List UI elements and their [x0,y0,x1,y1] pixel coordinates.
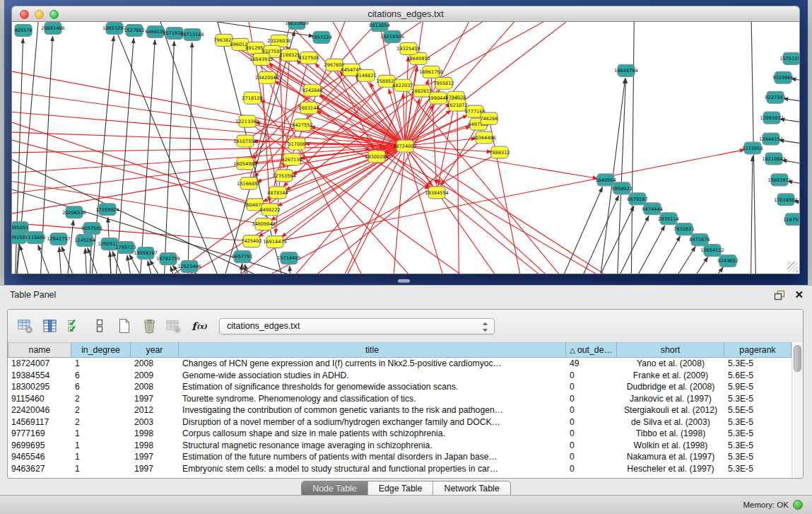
graph-node-label: 16648784 [614,68,638,74]
table-cell: Changes of HCN gene expression and I(f) … [179,358,566,370]
float-panel-icon[interactable] [774,290,785,300]
table-cell: 14569117 [8,416,71,428]
graph-node-label: 19384554 [425,190,449,196]
table-cell: Hescheler et al. (1997) [617,463,724,475]
minimize-traffic-light[interactable] [35,10,44,19]
graph-node-label: 20691406 [41,25,65,31]
column-header-pagerank[interactable]: pagerank [724,342,792,358]
row-height-icon[interactable] [90,317,109,335]
graph-node-label: 16033809 [285,22,309,26]
graph-node-label: 9498222 [259,207,280,213]
column-header-indegree[interactable]: in_degree [71,342,131,358]
table-row[interactable]: 946554611997Estimation of the future num… [8,451,803,463]
table-row[interactable]: 969969511998Structural magnetic resonanc… [8,440,803,452]
function-builder-icon[interactable]: f (x) [191,317,209,335]
graph-node-label: 7955812 [433,81,454,86]
zoom-traffic-light[interactable] [49,10,59,19]
table-row[interactable]: 1830029562008Estimation of significance … [8,381,803,393]
graph-node-label: 7986312 [489,150,510,156]
graph-edge [403,93,404,140]
close-panel-icon[interactable]: ✕ [794,289,804,300]
window-resize-grip[interactable] [787,262,798,272]
table-row[interactable]: 2242004622012Investigating the contribut… [8,404,803,416]
graph-edge [88,247,113,274]
column-header-title[interactable]: title [179,342,566,358]
delete-table-icon[interactable] [165,317,183,335]
graph-edge [64,220,73,274]
column-header-year[interactable]: year [131,342,179,358]
table-cell: 6 [71,381,131,393]
graph-node-label: 1795723 [115,245,136,250]
table-row[interactable]: 911546021997Tourette syndrome. Phenomeno… [8,393,803,405]
graph-node-label: 16713188 [180,32,204,37]
table-cell: 5.5E-5 [724,404,792,416]
graph-node-label: 7632621 [673,226,694,232]
tab-network-table[interactable]: Network Table [433,481,510,496]
select-rows-icon[interactable] [66,317,84,335]
column-header-label: year [146,345,163,355]
graph-edge [751,156,753,274]
graph-edge [389,152,404,274]
table-cell: Estimation of significance thresholds fo… [179,381,566,393]
delete-column-icon[interactable] [140,317,158,335]
table-cell: 5.9E-5 [724,381,792,393]
show-columns-icon[interactable] [41,317,59,335]
scrollbar-thumb[interactable] [794,345,801,372]
graph-node-label: 9097588 [81,226,102,231]
graph-node-label: 9329966 [772,75,793,81]
network-window-titlebar[interactable]: citations_edges.txt [11,6,800,22]
graph-node-label: 317006 [288,141,305,147]
table-header-row: namein_degreeyeartitle△out_de…shortpager… [8,342,803,358]
graph-edge [457,112,459,274]
graph-node-label: 9657791 [232,254,252,259]
table-container: f (x) citations_edges.txt namein_degreey… [7,309,804,479]
table-cell: 22420046 [8,404,71,416]
table-cell: 2 [71,404,131,416]
graph-node-label: 8878344 [267,190,288,196]
graph-node-label: 15751074 [779,56,799,62]
table-selector-dropdown[interactable]: citations_edges.txt [219,318,495,334]
table-cell: 49 [566,358,617,370]
dropdown-stepper-icon [482,322,488,332]
network-canvas[interactable]: 1872400718300295193845547963822896012889… [11,22,800,274]
graph-node-label: 16543912 [249,57,273,62]
graph-node-label: 5958923 [611,186,632,192]
column-header-short[interactable]: short [617,342,724,358]
table-cell: Corpus callosum shape and size in male p… [179,428,566,440]
vertical-scrollbar[interactable] [792,342,803,478]
graph-edge [127,255,138,274]
table-row[interactable]: 1938455462009Genome-wide association stu… [8,370,803,382]
column-header-outde[interactable]: △out_de… [566,342,617,358]
new-column-icon[interactable] [115,317,134,335]
graph-node-label: 746266 [480,116,498,122]
graph-node-label: 16961758 [419,69,443,75]
panel-divider-handle[interactable] [398,279,410,283]
graph-node-label: 8267130 [281,157,302,163]
graph-node-label: 18640910 [406,56,430,62]
table-cell: 0 [566,404,617,416]
table-row[interactable]: 977716911998Corpus callosum shape and si… [8,428,803,440]
table-row[interactable]: 946362711997Embryonic stem cells: a mode… [8,463,803,475]
graph-node-label: 10654112 [700,247,724,253]
graph-node-label: 15692971 [767,177,792,183]
close-traffic-light[interactable] [20,10,29,19]
graph-node-label: 10653287 [102,25,126,31]
table-row[interactable]: 1456911722003Disruption of a novel membe… [8,416,803,428]
tab-edge-table[interactable]: Edge Table [368,481,434,496]
graph-node-label: 12093832 [760,115,784,121]
graph-edge [187,42,192,274]
memory-status-dot[interactable] [793,500,803,510]
table-mode-icon[interactable] [16,317,35,335]
table-cell: 0 [566,393,617,405]
tab-node-table[interactable]: Node Table [302,481,367,496]
table-cell: 1 [71,451,131,463]
memory-status-label: Memory: OK [743,501,789,509]
table-cell: 9777169 [8,428,71,440]
table-row[interactable]: 1872400712008Changes of HCN gene express… [8,358,803,370]
table-cell: 2003 [131,416,179,428]
column-header-label: title [365,345,379,355]
graph-edge [318,152,402,274]
column-header-name[interactable]: name [8,342,71,358]
graph-node-label: 1862615 [411,88,432,94]
table-cell: Tourette syndrome. Phenomenology and cla… [179,393,566,405]
